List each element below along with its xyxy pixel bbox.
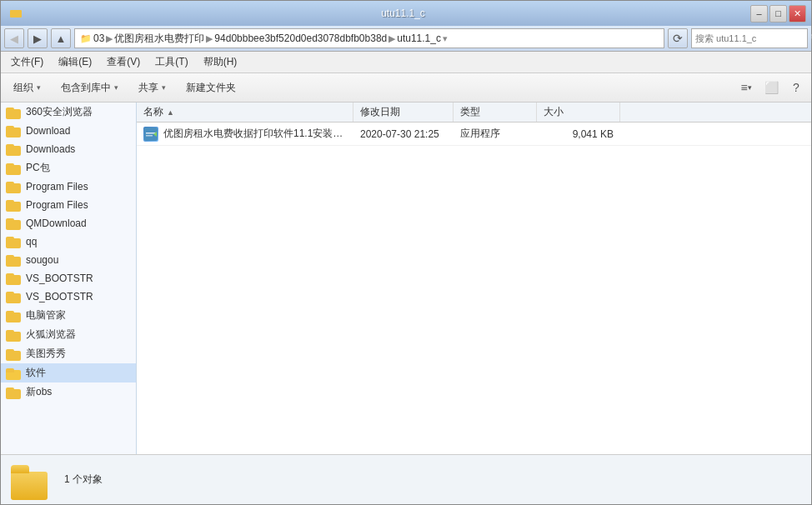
main-area: 360安全浏览器 Download Downloads PC包 Program …: [1, 102, 811, 454]
folder-icon-vs1: [6, 272, 23, 285]
window-controls: – □ ✕: [750, 5, 806, 22]
file-list-header: 名称 ▲ 修改日期 类型 大小: [137, 102, 811, 122]
minimize-button[interactable]: –: [750, 5, 768, 22]
sidebar-label-qq: qq: [26, 236, 37, 248]
forward-icon: ▶: [33, 32, 42, 45]
sidebar-label-firefox: 火狐浏览器: [26, 328, 76, 342]
menu-file[interactable]: 文件(F): [4, 53, 50, 71]
column-header-type[interactable]: 类型: [454, 102, 537, 122]
folder-icon-sougou: [6, 253, 23, 267]
breadcrumb-item-4[interactable]: utu11.1_c: [397, 32, 441, 44]
share-button[interactable]: 共享 ▾: [129, 76, 175, 99]
preview-pane-button[interactable]: ⬜: [759, 78, 783, 98]
file-type-icon: [143, 127, 158, 142]
folder-icon-meitu: [6, 348, 23, 361]
folder-icon-vs2: [6, 290, 23, 303]
status-text: 1 个对象: [64, 472, 103, 487]
close-button[interactable]: ✕: [789, 5, 806, 22]
file-date-cell: 2020-07-30 21:25: [353, 128, 454, 140]
file-list: 名称 ▲ 修改日期 类型 大小: [137, 102, 811, 454]
menu-help[interactable]: 帮助(H): [197, 53, 244, 71]
file-type-cell: 应用程序: [454, 127, 537, 141]
sidebar-item-pf1[interactable]: Program Files: [1, 178, 136, 196]
sidebar-label-360: 360安全浏览器: [26, 105, 93, 119]
share-arrow: ▾: [162, 83, 166, 92]
column-header-size[interactable]: 大小: [537, 102, 620, 122]
maximize-button[interactable]: □: [769, 5, 787, 22]
back-button[interactable]: ◀: [4, 28, 24, 48]
sidebar-item-pc-manager[interactable]: 电脑管家: [1, 306, 136, 325]
refresh-button[interactable]: ⟳: [668, 28, 688, 48]
up-button[interactable]: ▲: [51, 28, 71, 48]
menu-view[interactable]: 查看(V): [100, 53, 147, 71]
title-bar-icon: [6, 3, 26, 23]
folder-icon-pc-manager: [6, 309, 23, 322]
up-icon: ▲: [56, 32, 67, 45]
new-folder-button[interactable]: 新建文件夹: [177, 76, 245, 99]
breadcrumb-item-3[interactable]: 94d0bbbee3bf520d0ed3078dbfb0b38d: [214, 32, 387, 44]
menu-tools[interactable]: 工具(T): [148, 53, 194, 71]
view-icon: ≡: [740, 81, 747, 94]
sidebar-item-download[interactable]: Download: [1, 122, 136, 140]
address-bar: ◀ ▶ ▲ 📁 03 ▶ 优图房租水电费打印 ▶ 94d0bbbee3bf520…: [1, 26, 811, 52]
sidebar-item-qq[interactable]: qq: [1, 232, 136, 251]
pane-icon: ⬜: [764, 81, 779, 94]
title-bar: utu11.1_c – □ ✕: [1, 1, 811, 26]
organize-button[interactable]: 组织 ▾: [4, 76, 50, 99]
sidebar-item-pf2[interactable]: Program Files: [1, 196, 136, 214]
sidebar-label-meitu: 美图秀秀: [26, 347, 66, 361]
library-button[interactable]: 包含到库中 ▾: [52, 76, 128, 99]
col-type-label: 类型: [460, 105, 480, 119]
new-folder-label: 新建文件夹: [186, 81, 236, 95]
file-name-cell: 优图房租水电费收据打印软件11.1安装文...: [137, 127, 353, 142]
help-button[interactable]: ?: [784, 78, 808, 98]
search-box[interactable]: 🔍: [691, 28, 808, 48]
breadcrumb-item-2[interactable]: 优图房租水电费打印: [114, 32, 204, 46]
library-label: 包含到库中: [61, 81, 111, 95]
sidebar-item-newobs[interactable]: 新obs: [1, 382, 136, 402]
status-folder-icon: [11, 460, 51, 500]
breadcrumb-sep-2: ▶: [206, 33, 213, 44]
window: utu11.1_c – □ ✕ ◀ ▶ ▲ 📁 03 ▶ 优图房租水电费打印 ▶…: [0, 0, 812, 505]
sidebar-item-firefox[interactable]: 火狐浏览器: [1, 325, 136, 344]
folder-icon-firefox: [6, 328, 23, 342]
sidebar-label-pc: PC包: [26, 161, 50, 175]
file-row[interactable]: 优图房租水电费收据打印软件11.1安装文... 2020-07-30 21:25…: [137, 122, 811, 146]
library-arrow: ▾: [114, 83, 118, 92]
view-toggle-button[interactable]: ≡ ▾: [734, 78, 758, 98]
sidebar-item-vs1[interactable]: VS_BOOTSTR: [1, 269, 136, 288]
folder-icon-newobs: [6, 386, 23, 399]
menu-edit[interactable]: 编辑(E): [52, 53, 98, 71]
column-header-name[interactable]: 名称 ▲: [137, 102, 353, 122]
col-date-label: 修改日期: [360, 105, 400, 119]
sidebar: 360安全浏览器 Download Downloads PC包 Program …: [1, 102, 137, 454]
sidebar-item-meitu[interactable]: 美图秀秀: [1, 344, 136, 363]
sidebar-label-pc-manager: 电脑管家: [26, 308, 66, 322]
sidebar-label-pf2: Program Files: [26, 199, 88, 211]
sidebar-item-vs2[interactable]: VS_BOOTSTR: [1, 288, 136, 306]
forward-button[interactable]: ▶: [28, 28, 48, 48]
sidebar-item-downloads[interactable]: Downloads: [1, 140, 136, 158]
organize-label: 组织: [13, 81, 33, 95]
sidebar-label-pf1: Program Files: [26, 181, 88, 192]
folder-icon-qq: [6, 235, 23, 248]
sidebar-item-qm[interactable]: QMDownload: [1, 214, 136, 232]
sidebar-item-pc[interactable]: PC包: [1, 158, 136, 178]
sidebar-label-download: Download: [26, 125, 70, 137]
search-input[interactable]: [695, 33, 810, 43]
sidebar-item-software[interactable]: 软件: [1, 363, 136, 382]
sidebar-item-360[interactable]: 360安全浏览器: [1, 102, 136, 122]
status-bar: 1 个对象: [1, 454, 811, 504]
breadcrumb-dropdown-arrow: ▾: [443, 33, 448, 44]
menu-bar: 文件(F) 编辑(E) 查看(V) 工具(T) 帮助(H): [1, 52, 811, 73]
help-icon: ?: [793, 81, 799, 94]
column-header-date[interactable]: 修改日期: [353, 102, 454, 122]
breadcrumb[interactable]: 📁 03 ▶ 优图房租水电费打印 ▶ 94d0bbbee3bf520d0ed30…: [74, 28, 664, 48]
sidebar-item-sougou[interactable]: sougou: [1, 251, 136, 269]
toolbar: 组织 ▾ 包含到库中 ▾ 共享 ▾ 新建文件夹 ≡ ▾ ⬜ ?: [1, 73, 811, 102]
organize-arrow: ▾: [37, 83, 41, 92]
breadcrumb-item-1[interactable]: 03: [93, 32, 104, 44]
window-title: utu11.1_c: [56, 8, 750, 19]
svg-rect-1: [10, 11, 17, 13]
folder-icon-360: [6, 106, 23, 119]
